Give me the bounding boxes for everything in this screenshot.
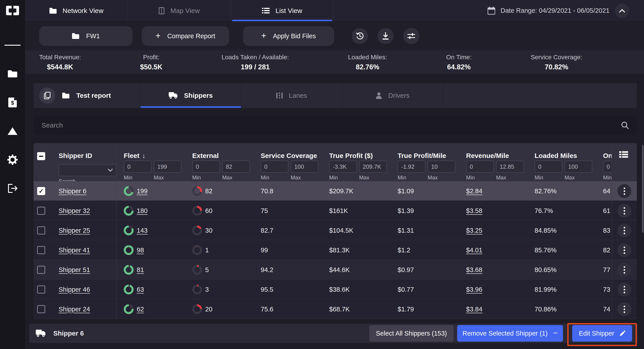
fleet-count-link[interactable]: 62	[137, 306, 144, 313]
table-row[interactable]: Shipper 6 199 82 70.8 $209.7K $1.09 $2.8…	[34, 181, 637, 201]
fleet-count-link[interactable]: 199	[137, 188, 148, 195]
row-checkbox[interactable]	[37, 246, 45, 254]
shipper-id-link[interactable]: Shipper 46	[59, 286, 90, 293]
shipper-id-link[interactable]: Shipper 51	[59, 266, 90, 274]
revenue-per-mile-link[interactable]: $3.96	[466, 286, 482, 293]
select-all-shippers-button[interactable]: Select All Shippers (153)	[369, 325, 454, 342]
fleet-count-link[interactable]: 143	[137, 227, 148, 234]
apply-bid-files-button[interactable]: + Apply Bid Files	[243, 26, 334, 46]
tab-lanes[interactable]: Lanes	[242, 83, 342, 108]
shipper-id-link[interactable]: Shipper 25	[59, 227, 90, 234]
column-header-on-time[interactable]: On Time↓ MinMax	[596, 143, 612, 181]
filter-min-input[interactable]	[192, 161, 220, 173]
settings-gear-icon[interactable]	[4, 152, 20, 168]
row-menu-button[interactable]	[617, 204, 631, 218]
shipper-id-link[interactable]: Shipper 32	[59, 207, 90, 214]
columns-config-button[interactable]	[619, 151, 628, 158]
filter-min-input[interactable]	[329, 161, 357, 173]
remove-selected-shipper-button[interactable]: Remove Selected Shipper (1) −	[457, 325, 563, 342]
filter-max-input[interactable]	[428, 161, 455, 173]
filter-min-input[interactable]	[466, 161, 494, 173]
row-checkbox[interactable]	[37, 266, 45, 274]
report-toolbar: FW1 + Compare Report + Apply Bid Files	[25, 22, 644, 50]
search-icon[interactable]	[621, 122, 629, 129]
filter-max-input[interactable]	[291, 161, 318, 173]
filter-max-input[interactable]	[496, 161, 524, 173]
date-range-text[interactable]: Date Range: 04/29/2021 - 06/05/2021	[500, 7, 610, 14]
filter-min-input[interactable]	[124, 161, 152, 173]
filter-max-input[interactable]	[154, 161, 182, 173]
fleet-count-link[interactable]: 180	[137, 207, 148, 214]
tab-map-view[interactable]: Map View	[128, 0, 231, 21]
history-button[interactable]	[352, 28, 368, 44]
folder-nav-icon[interactable]	[4, 66, 20, 82]
tab-list-view[interactable]: List View	[231, 0, 334, 21]
select-all-checkbox[interactable]	[37, 152, 45, 160]
revenue-per-mile-link[interactable]: $3.25	[466, 227, 482, 234]
table-row[interactable]: Shipper 24 62 20 75.6 $68.7K $1.79 $3.84…	[34, 299, 637, 319]
filter-max-input[interactable]	[222, 161, 250, 173]
filter-settings-button[interactable]	[403, 28, 419, 44]
filter-min-input[interactable]	[603, 161, 612, 173]
table-row[interactable]: Shipper 51 81 5 94.2 $44.6K $0.97 $3.68 …	[34, 260, 637, 280]
fleet-count-link[interactable]: 63	[137, 286, 144, 293]
row-checkbox[interactable]	[37, 187, 45, 195]
revenue-per-mile-link[interactable]: $3.84	[466, 306, 482, 313]
row-checkbox[interactable]	[37, 207, 45, 215]
download-button[interactable]	[378, 28, 394, 44]
logout-icon[interactable]	[4, 180, 20, 196]
invoice-document-icon[interactable]: $	[4, 94, 20, 110]
column-header-service-coverage[interactable]: Service Coverage↓ MinMax	[254, 143, 322, 181]
shipper-id-link[interactable]: Shipper 41	[59, 246, 90, 254]
table-row[interactable]: Shipper 32 180 60 75 $161K $1.39 $3.58 7…	[34, 201, 637, 220]
row-menu-button[interactable]	[617, 184, 631, 198]
compare-report-button[interactable]: + Compare Report	[142, 26, 229, 46]
tab-shippers[interactable]: Shippers	[140, 83, 242, 108]
filter-min-input[interactable]	[398, 161, 426, 173]
vertical-scrollbar[interactable]	[642, 145, 644, 233]
row-checkbox[interactable]	[37, 226, 45, 234]
edit-shipper-button[interactable]: Edit Shipper	[572, 325, 632, 342]
column-header-external[interactable]: External↓ MinMax	[185, 143, 254, 181]
row-menu-button[interactable]	[617, 282, 631, 296]
row-menu-button[interactable]	[617, 243, 631, 257]
report-selector-button[interactable]: FW1	[39, 26, 132, 46]
menu-icon[interactable]	[4, 37, 20, 53]
filter-max-input[interactable]	[359, 161, 387, 173]
fleet-count-link[interactable]: 98	[137, 246, 144, 254]
search-input[interactable]	[42, 122, 621, 129]
row-menu-button[interactable]	[617, 224, 631, 237]
table-row[interactable]: Shipper 46 63 3 95.5 $38.6K $0.77 $3.96 …	[34, 280, 637, 299]
collapse-header-button[interactable]	[615, 4, 629, 18]
table-row[interactable]: Shipper 25 143 30 82.7 $104.5K $1.31 $3.…	[34, 220, 637, 240]
filter-min-input[interactable]	[261, 161, 288, 173]
row-menu-button[interactable]	[617, 302, 631, 316]
row-checkbox[interactable]	[37, 286, 45, 294]
copy-report-button[interactable]	[39, 88, 55, 104]
column-header-true-profit-[interactable]: True Profit ($)↓ MinMax	[322, 143, 390, 181]
revenue-per-mile-link[interactable]: $3.68	[466, 266, 482, 274]
sliders-icon	[408, 33, 415, 39]
shipper-id-link[interactable]: Shipper 6	[59, 188, 86, 195]
revenue-per-mile-link[interactable]: $4.01	[466, 246, 482, 254]
column-header-shipper-id[interactable]: Shipper ID Search	[52, 143, 116, 181]
tab-network-view[interactable]: Network View	[25, 0, 128, 21]
revenue-per-mile-link[interactable]: $2.84	[466, 188, 482, 195]
fleet-count-link[interactable]: 81	[137, 266, 144, 274]
filter-max-input[interactable]	[564, 161, 592, 173]
alerts-triangle-icon[interactable]	[4, 123, 20, 139]
table-row[interactable]: Shipper 41 98 1 99 $81.3K $1.2 $4.01 85.…	[34, 240, 637, 260]
external-donut-chart	[192, 265, 202, 275]
shipper-id-link[interactable]: Shipper 24	[59, 306, 90, 313]
column-header-revenue-mile[interactable]: Revenue/Mile↓ MinMax	[459, 143, 528, 181]
shipper-id-filter-select[interactable]	[59, 164, 116, 176]
column-header-loaded-miles[interactable]: Loaded Miles↓ MinMax	[528, 143, 596, 181]
tab-drivers[interactable]: Drivers	[342, 83, 443, 108]
row-menu-button[interactable]	[617, 263, 631, 277]
row-checkbox[interactable]	[37, 305, 45, 313]
column-title: Fleet	[124, 152, 140, 160]
filter-min-input[interactable]	[534, 161, 562, 173]
column-header-true-profit-mile[interactable]: True Profit/Mile↓ MinMax	[390, 143, 459, 181]
column-header-fleet[interactable]: Fleet↓ MinMax	[116, 143, 185, 181]
revenue-per-mile-link[interactable]: $3.58	[466, 207, 482, 214]
